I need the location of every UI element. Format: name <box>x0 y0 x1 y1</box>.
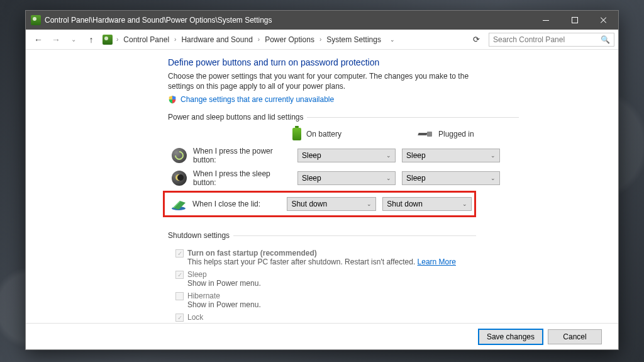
learn-more-link[interactable]: Learn More <box>418 257 456 266</box>
sleep-button-icon <box>172 171 187 186</box>
sleep-title: Sleep <box>187 270 207 279</box>
power-button-label: When I press the power button: <box>193 147 291 164</box>
chevron-down-icon: ⌄ <box>491 152 496 159</box>
sleep-desc: Show in Power menu. <box>187 279 476 288</box>
power-options-icon <box>31 15 41 25</box>
power-button-battery-select[interactable]: Sleep⌄ <box>297 149 396 162</box>
sleep-checkbox <box>175 271 184 279</box>
sleep-item: Sleep Show in Power menu. <box>175 270 476 288</box>
shield-icon <box>168 95 177 104</box>
shutdown-settings-legend: Shutdown settings <box>168 231 233 240</box>
fast-startup-checkbox <box>175 249 184 257</box>
hibernate-checkbox <box>175 292 184 300</box>
nav-back-button[interactable]: ← <box>31 32 46 47</box>
lid-icon <box>171 196 186 212</box>
sleep-button-battery-select[interactable]: Sleep⌄ <box>297 171 396 185</box>
nav-up-button[interactable]: ↑ <box>84 32 99 47</box>
cancel-button[interactable]: Cancel <box>548 329 602 344</box>
sleep-button-label: When I press the sleep button: <box>193 169 291 187</box>
page-title: Define power buttons and turn on passwor… <box>168 57 612 67</box>
close-lid-battery-select[interactable]: Shut down⌄ <box>287 197 376 211</box>
chevron-down-icon: ⌄ <box>491 175 496 181</box>
breadcrumb[interactable]: › Control Panel › Hardware and Sound › P… <box>103 34 469 45</box>
search-input[interactable]: Search Control Panel 🔍 <box>489 33 614 47</box>
maximize-button[interactable] <box>560 11 589 30</box>
save-changes-button[interactable]: Save changes <box>479 329 543 344</box>
chevron-right-icon[interactable]: › <box>116 36 118 43</box>
breadcrumb-dropdown-icon[interactable]: ⌄ <box>390 37 395 43</box>
chevron-down-icon: ⌄ <box>367 201 372 207</box>
power-buttons-legend: Power and sleep buttons and lid settings <box>168 113 307 122</box>
power-button-row: When I press the power button: Sleep⌄ Sl… <box>168 144 519 167</box>
close-lid-row: When I close the lid: Shut down⌄ Shut do… <box>167 195 472 213</box>
lock-desc: Show in account picture menu. <box>187 322 476 323</box>
chevron-right-icon[interactable]: › <box>174 36 176 43</box>
navigation-bar: ← → ⌄ ↑ › Control Panel › Hardware and S… <box>26 30 618 50</box>
footer: Save changes Cancel <box>26 323 618 349</box>
change-settings-link[interactable]: Change settings that are currently unava… <box>180 95 334 104</box>
lid-row-highlight: When I close the lid: Shut down⌄ Shut do… <box>163 191 476 217</box>
minimize-button[interactable] <box>531 11 560 30</box>
refresh-button[interactable]: ⟳ <box>469 35 484 44</box>
close-lid-label: When I close the lid: <box>192 200 280 208</box>
hibernate-title: Hibernate <box>187 291 220 300</box>
control-panel-window: Control Panel\Hardware and Sound\Power O… <box>25 10 619 350</box>
sleep-button-row: When I press the sleep button: Sleep⌄ Sl… <box>168 167 519 189</box>
nav-history-button[interactable]: ⌄ <box>66 32 81 47</box>
search-icon: 🔍 <box>601 35 610 44</box>
hibernate-item: Hibernate Show in Power menu. <box>175 291 476 309</box>
power-buttons-section: Power and sleep buttons and lid settings… <box>168 113 519 225</box>
battery-icon <box>292 128 301 140</box>
nav-forward-button: → <box>48 32 64 47</box>
breadcrumb-hardware-sound[interactable]: Hardware and Sound <box>179 34 255 45</box>
page-description: Choose the power settings that you want … <box>168 71 470 91</box>
hibernate-desc: Show in Power menu. <box>187 300 476 309</box>
power-button-plugged-select[interactable]: Sleep⌄ <box>402 149 500 162</box>
breadcrumb-icon <box>103 35 113 45</box>
lock-checkbox <box>175 314 184 322</box>
chevron-down-icon: ⌄ <box>386 152 391 159</box>
titlebar[interactable]: Control Panel\Hardware and Sound\Power O… <box>26 11 618 30</box>
window-title: Control Panel\Hardware and Sound\Power O… <box>45 16 272 25</box>
fast-startup-item: Turn on fast startup (recommended) This … <box>175 249 476 266</box>
close-button[interactable] <box>589 11 618 30</box>
close-lid-plugged-select[interactable]: Shut down⌄ <box>382 197 472 211</box>
shutdown-settings-section: Shutdown settings Turn on fast startup (… <box>168 231 476 323</box>
content-area: Define power buttons and turn on passwor… <box>26 50 618 323</box>
lock-title: Lock <box>187 313 203 322</box>
search-placeholder: Search Control Panel <box>493 35 565 44</box>
plug-icon <box>418 130 433 138</box>
on-battery-header: On battery <box>306 130 341 139</box>
lock-item: Lock Show in account picture menu. <box>175 313 476 323</box>
sleep-button-plugged-select[interactable]: Sleep⌄ <box>402 171 500 185</box>
breadcrumb-control-panel[interactable]: Control Panel <box>121 34 172 45</box>
breadcrumb-power-options[interactable]: Power Options <box>262 34 317 45</box>
power-button-icon <box>172 148 187 163</box>
plugged-in-header: Plugged in <box>438 130 474 139</box>
chevron-right-icon[interactable]: › <box>258 36 260 43</box>
chevron-down-icon: ⌄ <box>462 201 467 207</box>
breadcrumb-system-settings[interactable]: System Settings <box>324 34 384 45</box>
fast-startup-desc: This helps start your PC faster after sh… <box>187 257 418 266</box>
chevron-right-icon[interactable]: › <box>319 36 321 43</box>
chevron-down-icon: ⌄ <box>386 175 391 181</box>
fast-startup-title: Turn on fast startup (recommended) <box>187 249 317 257</box>
